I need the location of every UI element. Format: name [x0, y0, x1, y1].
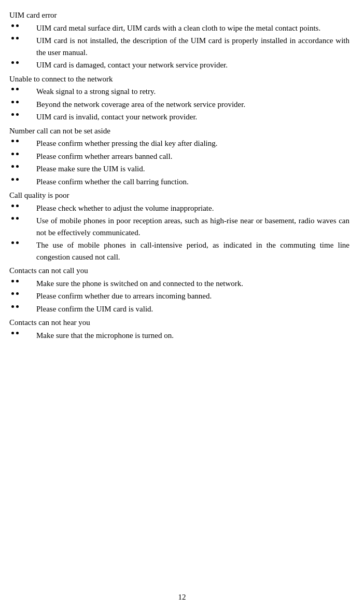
list-item: Please confirm whether due to arrears in…	[9, 290, 349, 302]
list-item: UIM card metal surface dirt, UIM cards w…	[9, 22, 349, 34]
list-item: Make sure that the microphone is turned …	[9, 330, 349, 342]
bullet-text: UIM card is not installed, the descripti…	[36, 35, 349, 58]
bullet-icon	[9, 163, 36, 168]
bullet-text: Please confirm whether the call barring …	[36, 176, 349, 188]
bullet-icon	[9, 111, 36, 116]
bullet-text: UIM card metal surface dirt, UIM cards w…	[36, 22, 349, 34]
bullet-icon	[9, 202, 36, 207]
section-call-quality: Call quality is poor Please check whethe…	[9, 189, 349, 263]
heading-contacts-cant-call: Contacts can not call you	[9, 265, 349, 277]
bullet-text: Weak signal to a strong signal to retry.	[36, 86, 349, 98]
section-number-call: Number call can not be set aside Please …	[9, 125, 349, 188]
list-item: Please confirm whether the call barring …	[9, 176, 349, 188]
bullet-text: Please confirm whether pressing the dial…	[36, 138, 349, 150]
list-item: The use of mobile phones in call-intensi…	[9, 239, 349, 263]
bullet-icon	[9, 215, 36, 220]
list-item: Please check whether to adjust the volum…	[9, 202, 349, 214]
page-number: 12	[0, 588, 364, 610]
bullet-text: Beyond the network coverage area of the …	[36, 99, 349, 111]
bullet-text: The use of mobile phones in call-intensi…	[36, 239, 349, 263]
bullet-icon	[9, 35, 36, 39]
bullet-icon	[9, 151, 36, 155]
bullet-icon	[9, 290, 36, 295]
bullet-text: UIM card is damaged, contact your networ…	[36, 59, 349, 71]
bullet-text: Please make sure the UIM is valid.	[36, 163, 349, 175]
bullet-icon	[9, 278, 36, 282]
list-item: Please confirm the UIM card is valid.	[9, 303, 349, 315]
page-content: UIM card error UIM card metal surface di…	[0, 0, 364, 588]
bullet-icon	[9, 239, 36, 244]
list-item: Make sure the phone is switched on and c…	[9, 278, 349, 290]
heading-number-call: Number call can not be set aside	[9, 125, 349, 137]
bullet-icon	[9, 138, 36, 142]
bullet-text: Please check whether to adjust the volum…	[36, 202, 349, 214]
bullet-text: Please confirm whether due to arrears in…	[36, 290, 349, 302]
bullet-icon	[9, 86, 36, 90]
bullet-icon	[9, 22, 36, 27]
bullet-text: Use of mobile phones in poor reception a…	[36, 215, 349, 238]
heading-unable-to-connect: Unable to connect to the network	[9, 73, 349, 85]
list-item: Beyond the network coverage area of the …	[9, 99, 349, 111]
list-item: UIM card is invalid, contact your networ…	[9, 111, 349, 123]
bullet-text: Make sure that the microphone is turned …	[36, 330, 349, 342]
heading-call-quality: Call quality is poor	[9, 189, 349, 201]
bullet-icon	[9, 59, 36, 64]
bullet-text: UIM card is invalid, contact your networ…	[36, 111, 349, 123]
bullet-icon	[9, 303, 36, 308]
list-item: Please confirm whether arrears banned ca…	[9, 151, 349, 162]
bullet-icon	[9, 176, 36, 181]
list-item: Use of mobile phones in poor reception a…	[9, 215, 349, 238]
bullet-text: Make sure the phone is switched on and c…	[36, 278, 349, 290]
heading-uim-card-error: UIM card error	[9, 9, 349, 21]
list-item: UIM card is damaged, contact your networ…	[9, 59, 349, 71]
section-contacts-cant-hear: Contacts can not hear you Make sure that…	[9, 317, 349, 341]
list-item: Please make sure the UIM is valid.	[9, 163, 349, 175]
section-contacts-cant-call: Contacts can not call you Make sure the …	[9, 265, 349, 315]
bullet-icon	[9, 99, 36, 103]
bullet-text: Please confirm the UIM card is valid.	[36, 303, 349, 315]
list-item: UIM card is not installed, the descripti…	[9, 35, 349, 58]
section-uim-card-error: UIM card error UIM card metal surface di…	[9, 9, 349, 71]
heading-contacts-cant-hear: Contacts can not hear you	[9, 317, 349, 329]
bullet-text: Please confirm whether arrears banned ca…	[36, 151, 349, 162]
list-item: Weak signal to a strong signal to retry.	[9, 86, 349, 98]
list-item: Please confirm whether pressing the dial…	[9, 138, 349, 150]
bullet-icon	[9, 330, 36, 334]
section-unable-to-connect: Unable to connect to the network Weak si…	[9, 73, 349, 123]
